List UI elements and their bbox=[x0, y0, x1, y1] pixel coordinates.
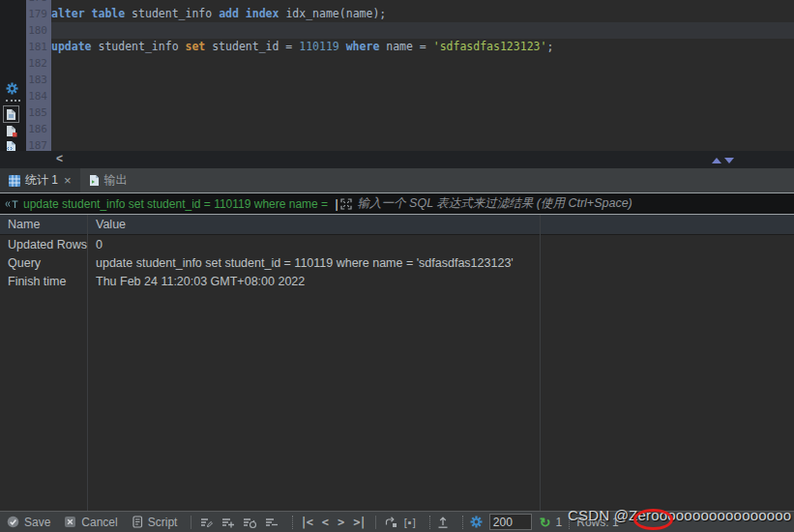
editor-left-strip bbox=[0, 0, 26, 151]
edit-row-icon[interactable] bbox=[199, 516, 214, 529]
settings-gear-icon[interactable] bbox=[6, 82, 18, 95]
line-number: 185 bbox=[26, 104, 47, 121]
revert-row-icon[interactable] bbox=[242, 516, 257, 529]
sql-keyword: set bbox=[185, 40, 205, 53]
row-value: 0 bbox=[96, 238, 103, 251]
table-header-row[interactable]: Name Value bbox=[0, 215, 794, 235]
table-row[interactable]: Finish time Thu Feb 24 11:20:03 GMT+08:0… bbox=[0, 273, 794, 291]
page-size-gear-icon[interactable] bbox=[470, 516, 483, 528]
editor-scroll-strip: < bbox=[0, 151, 794, 168]
script-button[interactable]: Script bbox=[132, 516, 178, 529]
line-number: 179 bbox=[26, 6, 47, 22]
csdn-watermark: CSDN @Zerooooooooooooooooo bbox=[568, 507, 791, 523]
script-label: Script bbox=[148, 516, 178, 529]
previous-page-icon[interactable]: < bbox=[322, 516, 328, 529]
more-dots-icon bbox=[6, 100, 20, 102]
separator bbox=[292, 516, 293, 529]
code-line-181[interactable]: update student_info set student_id = 110… bbox=[51, 39, 553, 55]
text-cursor: | bbox=[335, 197, 338, 211]
output-doc-icon bbox=[89, 174, 100, 187]
last-page-icon[interactable]: >| bbox=[353, 516, 365, 529]
row-name: Updated Rows bbox=[8, 238, 87, 251]
cancel-label: Cancel bbox=[81, 516, 117, 529]
row-name: Query bbox=[8, 256, 41, 270]
separator bbox=[462, 516, 463, 529]
tab-label: 统计 1 bbox=[25, 172, 58, 189]
cancel-button[interactable]: Cancel bbox=[64, 516, 117, 529]
save-button[interactable]: Save bbox=[7, 516, 50, 529]
tab-statistics[interactable]: 统计 1 × bbox=[0, 168, 80, 192]
filter-type-icon bbox=[5, 198, 19, 210]
sql-keyword: alter bbox=[51, 7, 85, 20]
separator bbox=[191, 516, 191, 529]
line-number: 181 bbox=[26, 39, 47, 55]
close-icon[interactable]: × bbox=[64, 173, 72, 188]
sql-keyword: add bbox=[219, 7, 239, 20]
export-data-icon[interactable] bbox=[437, 516, 449, 528]
save-check-icon bbox=[7, 516, 19, 528]
sql-editor[interactable]: alter table student_info add index idx_n… bbox=[0, 0, 794, 151]
results-tabbar: 统计 1 × 输出 bbox=[0, 168, 794, 192]
row-value: Thu Feb 24 11:20:03 GMT+08:00 2022 bbox=[96, 275, 305, 288]
cancel-x-icon bbox=[64, 516, 76, 528]
splitter-down-icon[interactable] bbox=[724, 158, 734, 163]
separator bbox=[429, 516, 430, 529]
first-page-icon[interactable]: |< bbox=[300, 516, 311, 529]
scroll-left-arrow-icon[interactable]: < bbox=[56, 152, 63, 165]
line-number: 182 bbox=[26, 55, 47, 72]
statistics-table: Name Value Updated Rows 0 Query update s… bbox=[0, 215, 794, 511]
filter-query-text: update student_info set student_id = 110… bbox=[23, 197, 331, 211]
sql-keyword: index bbox=[246, 7, 279, 20]
save-label: Save bbox=[24, 516, 50, 529]
add-row-icon[interactable] bbox=[221, 516, 235, 529]
page-size-input[interactable] bbox=[489, 514, 532, 530]
script-scroll-icon bbox=[132, 516, 143, 528]
code-line-179[interactable]: alter table student_info add index idx_n… bbox=[51, 6, 386, 22]
file-icon-selected[interactable] bbox=[3, 105, 19, 123]
table-grid-icon bbox=[9, 175, 20, 187]
connection-icon bbox=[544, 514, 564, 532]
filter-placeholder: 输入一个 SQL 表达式来过滤结果 (使用 Ctrl+Space) bbox=[358, 195, 632, 212]
sql-keyword: update bbox=[51, 40, 92, 53]
separator bbox=[375, 516, 376, 529]
delete-row-icon[interactable] bbox=[264, 516, 279, 529]
column-header-value[interactable]: Value bbox=[96, 218, 126, 231]
line-number: 183 bbox=[26, 72, 47, 88]
tab-output[interactable]: 输出 bbox=[80, 168, 136, 192]
line-number: 187 bbox=[26, 137, 47, 151]
sql-keyword: where bbox=[346, 40, 380, 53]
datagrip-window: alter table student_info add index idx_n… bbox=[0, 0, 794, 532]
line-number-gutter[interactable]: 178 179 180 181 182 183 184 185 186 187 bbox=[26, 0, 51, 151]
table-row[interactable]: Updated Rows 0 bbox=[0, 236, 794, 254]
row-value: update student_info set student_id = 110… bbox=[96, 256, 514, 270]
row-name: Finish time bbox=[8, 275, 66, 288]
data-view-icon[interactable]: [▪] bbox=[404, 517, 417, 528]
expand-icon[interactable] bbox=[340, 198, 352, 210]
sql-filter-field[interactable]: update student_info set student_id = 110… bbox=[0, 192, 794, 215]
sql-string: 'sdfasdfas123123' bbox=[433, 40, 547, 53]
column-header-name[interactable]: Name bbox=[8, 218, 40, 231]
file-code-icon[interactable] bbox=[6, 140, 16, 151]
splitter-up-icon[interactable] bbox=[712, 158, 721, 163]
line-number: 184 bbox=[26, 88, 47, 104]
sql-number: 110119 bbox=[299, 40, 339, 53]
reload-page-icon[interactable] bbox=[384, 516, 397, 528]
table-row[interactable]: Query update student_info set student_id… bbox=[0, 254, 794, 273]
current-line-highlight bbox=[51, 22, 794, 39]
line-number: 186 bbox=[26, 121, 47, 137]
sql-keyword: table bbox=[92, 7, 126, 20]
tab-label: 输出 bbox=[104, 172, 128, 189]
line-number: 180 bbox=[26, 22, 47, 39]
red-circle-annotation bbox=[633, 509, 673, 530]
file-alert-icon[interactable] bbox=[6, 125, 17, 137]
next-page-icon[interactable]: > bbox=[338, 516, 343, 529]
